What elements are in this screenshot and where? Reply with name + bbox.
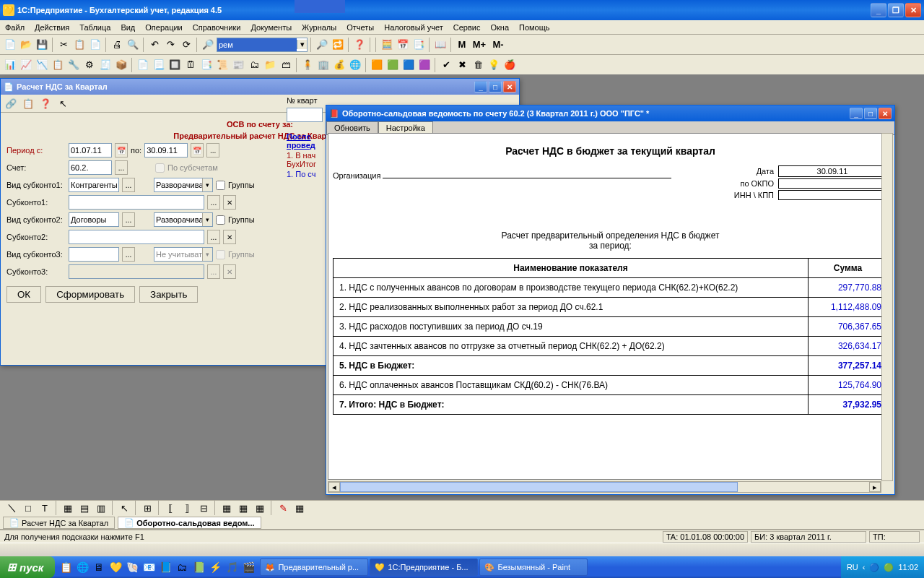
tb2-icon[interactable]: 🌐	[348, 58, 362, 72]
tb2-icon[interactable]: 📜	[215, 58, 230, 72]
tb2-icon[interactable]: 🟪	[417, 58, 432, 72]
scroll-thumb[interactable]	[340, 482, 738, 492]
tb2-icon[interactable]: 🗃	[279, 58, 293, 72]
paste-icon[interactable]: 📄	[88, 38, 103, 52]
tb2-icon[interactable]: 🔲	[167, 58, 182, 72]
tool-icon[interactable]: 📋	[21, 96, 35, 111]
menu-Помощь[interactable]: Помощь	[514, 22, 555, 33]
tb2-icon[interactable]: 🧾	[98, 58, 113, 72]
calc-icon[interactable]: 🧮	[380, 38, 394, 52]
doc-tab[interactable]: 📄Расчет НДС за Квартал	[3, 517, 115, 529]
search-input[interactable]	[217, 38, 297, 51]
report-canvas[interactable]: Расчет НДС в бюджет за текущий квартал Д…	[328, 133, 893, 480]
calendar-icon[interactable]: 📅	[115, 143, 128, 158]
m-plus-button[interactable]: M+	[471, 38, 488, 52]
tb-icon[interactable]: ▤	[77, 501, 92, 515]
tb2-icon[interactable]: 🟩	[385, 58, 400, 72]
tb2-icon[interactable]: ✖	[455, 58, 469, 72]
nquarter-input[interactable]	[287, 108, 323, 122]
close-button[interactable]: Закрыть	[139, 286, 198, 303]
scroll-left-icon[interactable]: ◂	[328, 482, 340, 492]
menu-Справочники[interactable]: Справочники	[188, 22, 246, 33]
tb2-icon[interactable]: 🟧	[370, 58, 384, 72]
tb2-icon[interactable]: 💡	[487, 58, 501, 72]
m-minus-button[interactable]: M-	[489, 38, 507, 52]
tb-icon[interactable]: ▥	[94, 501, 108, 515]
tb-icon[interactable]: □	[21, 501, 35, 515]
ql-icon[interactable]: 🗂	[174, 558, 190, 576]
tb2-icon[interactable]: 🗑	[471, 58, 485, 72]
ql-icon[interactable]: 🎬	[240, 558, 256, 576]
ok-button[interactable]: ОК	[6, 286, 41, 303]
start-button[interactable]: ⊞ пуск	[0, 556, 55, 578]
tb-icon[interactable]: ✎	[276, 501, 290, 515]
ql-icon[interactable]: 🎵	[224, 558, 240, 576]
ql-icon[interactable]: 📘	[157, 558, 173, 576]
lookup-button[interactable]: ...	[122, 212, 135, 227]
child-maximize-button[interactable]: □	[864, 108, 877, 119]
print-icon[interactable]: 🖨	[110, 38, 124, 52]
tb2-icon[interactable]: 📦	[114, 58, 128, 72]
undo-icon[interactable]: ↶	[147, 38, 162, 52]
account-input[interactable]: 60.2.	[69, 160, 112, 175]
task-button[interactable]: 🎨Безымянный - Paint	[479, 558, 588, 576]
child-close-button[interactable]: ✕	[879, 108, 892, 119]
ql-icon[interactable]: ⚡	[207, 558, 223, 576]
date-to-input[interactable]: 30.09.11	[144, 143, 188, 158]
account-lookup-button[interactable]: ...	[115, 160, 128, 175]
refresh-icon[interactable]: ⟳	[179, 38, 193, 52]
cursor-icon[interactable]: ↖	[56, 96, 70, 111]
tool-icon[interactable]: 🔗	[4, 96, 18, 111]
calendar-icon[interactable]: 📅	[191, 143, 204, 158]
horizontal-scrollbar[interactable]: ◂ ▸	[328, 481, 881, 493]
ql-icon[interactable]: 🐚	[124, 558, 140, 576]
ql-icon[interactable]: 📗	[191, 558, 206, 576]
groups-checkbox[interactable]	[216, 215, 225, 225]
tb2-icon[interactable]: 🧍	[300, 58, 315, 72]
tb2-icon[interactable]: 🗂	[247, 58, 261, 72]
copy-icon[interactable]: 📋	[72, 38, 87, 52]
tb-icon[interactable]: ⊞	[140, 501, 154, 515]
date-from-input[interactable]: 01.07.11	[69, 143, 112, 158]
lookup-button[interactable]: ...	[122, 247, 135, 262]
menu-Налоговый учет[interactable]: Налоговый учет	[379, 22, 448, 33]
tb-icon[interactable]: ▦	[292, 501, 307, 515]
menu-Файл[interactable]: Файл	[0, 22, 30, 33]
new-doc-icon[interactable]: 📄	[3, 38, 17, 52]
cursor-icon[interactable]: ↖	[117, 501, 131, 515]
report-titlebar[interactable]: 📕 Оборотно-сальдовая ведомость по счету …	[326, 105, 894, 121]
vs1-mode-combo[interactable]: Разворачива▾	[154, 178, 213, 192]
scroll-right-icon[interactable]: ▸	[869, 482, 881, 492]
ql-icon[interactable]: 🖥	[91, 558, 107, 576]
vs1-input[interactable]: Контрагенты	[69, 178, 119, 192]
tb2-icon[interactable]: 📃	[152, 58, 166, 72]
menu-Таблица[interactable]: Таблица	[74, 22, 116, 33]
restore-button[interactable]: ❐	[888, 3, 904, 17]
vat-calc-titlebar[interactable]: 📄 Расчет НДС за Квартал _ □ ✕	[1, 79, 519, 95]
tb-icon[interactable]: ▦	[219, 501, 234, 515]
tb2-icon[interactable]: 📑	[199, 58, 214, 72]
generate-button[interactable]: Сформировать	[45, 286, 135, 303]
save-icon[interactable]: 💾	[35, 38, 49, 52]
preview-icon[interactable]: 🔍	[126, 38, 140, 52]
task-button[interactable]: 🦊Предварительный р...	[260, 558, 368, 576]
ql-icon[interactable]: 📋	[58, 558, 74, 576]
tb-icon[interactable]: ▦	[61, 501, 75, 515]
groups-checkbox[interactable]	[216, 181, 225, 190]
tb2-icon[interactable]: 🗓	[183, 58, 198, 72]
search-dropdown-icon[interactable]: ▾	[297, 40, 307, 49]
note-link[interactable]: После	[287, 132, 330, 141]
ql-icon[interactable]: 🌐	[74, 558, 90, 576]
close-button[interactable]: ✕	[905, 3, 921, 17]
ql-icon[interactable]: 💛	[108, 558, 123, 576]
lookup-button[interactable]: ...	[207, 230, 220, 244]
tb2-icon[interactable]: 📋	[51, 58, 65, 72]
tb2-icon[interactable]: 📄	[136, 58, 150, 72]
task-button[interactable]: 💛1С:Предприятие - Б...	[370, 558, 478, 576]
tb-icon[interactable]: ⊟	[196, 501, 211, 515]
menu-Сервис[interactable]: Сервис	[448, 22, 486, 33]
tb-icon[interactable]: T	[38, 501, 52, 515]
tb-icon[interactable]: ⟧	[180, 501, 194, 515]
child-maximize-button[interactable]: □	[489, 81, 502, 92]
tb-icon[interactable]: ⟦	[163, 501, 178, 515]
